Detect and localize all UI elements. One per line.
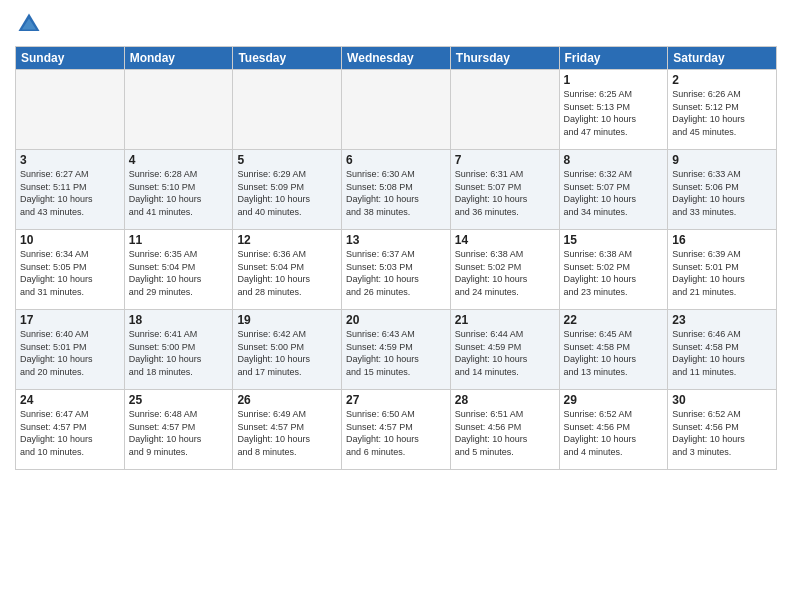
day-info: Sunrise: 6:25 AM Sunset: 5:13 PM Dayligh…	[564, 88, 664, 138]
day-info: Sunrise: 6:44 AM Sunset: 4:59 PM Dayligh…	[455, 328, 555, 378]
day-info: Sunrise: 6:52 AM Sunset: 4:56 PM Dayligh…	[564, 408, 664, 458]
day-info: Sunrise: 6:42 AM Sunset: 5:00 PM Dayligh…	[237, 328, 337, 378]
calendar-cell: 12Sunrise: 6:36 AM Sunset: 5:04 PM Dayli…	[233, 230, 342, 310]
day-info: Sunrise: 6:49 AM Sunset: 4:57 PM Dayligh…	[237, 408, 337, 458]
calendar-cell: 9Sunrise: 6:33 AM Sunset: 5:06 PM Daylig…	[668, 150, 777, 230]
day-info: Sunrise: 6:52 AM Sunset: 4:56 PM Dayligh…	[672, 408, 772, 458]
day-number: 5	[237, 153, 337, 167]
day-number: 15	[564, 233, 664, 247]
day-info: Sunrise: 6:41 AM Sunset: 5:00 PM Dayligh…	[129, 328, 229, 378]
day-number: 21	[455, 313, 555, 327]
weekday-header-friday: Friday	[559, 47, 668, 70]
calendar-cell: 2Sunrise: 6:26 AM Sunset: 5:12 PM Daylig…	[668, 70, 777, 150]
day-info: Sunrise: 6:36 AM Sunset: 5:04 PM Dayligh…	[237, 248, 337, 298]
calendar-cell: 1Sunrise: 6:25 AM Sunset: 5:13 PM Daylig…	[559, 70, 668, 150]
day-number: 1	[564, 73, 664, 87]
calendar-week-2: 3Sunrise: 6:27 AM Sunset: 5:11 PM Daylig…	[16, 150, 777, 230]
day-number: 23	[672, 313, 772, 327]
day-number: 18	[129, 313, 229, 327]
calendar-cell	[16, 70, 125, 150]
day-number: 27	[346, 393, 446, 407]
logo	[15, 10, 47, 38]
calendar-cell: 6Sunrise: 6:30 AM Sunset: 5:08 PM Daylig…	[342, 150, 451, 230]
day-number: 19	[237, 313, 337, 327]
calendar-week-5: 24Sunrise: 6:47 AM Sunset: 4:57 PM Dayli…	[16, 390, 777, 470]
day-info: Sunrise: 6:51 AM Sunset: 4:56 PM Dayligh…	[455, 408, 555, 458]
calendar-cell: 10Sunrise: 6:34 AM Sunset: 5:05 PM Dayli…	[16, 230, 125, 310]
day-info: Sunrise: 6:26 AM Sunset: 5:12 PM Dayligh…	[672, 88, 772, 138]
day-number: 7	[455, 153, 555, 167]
day-info: Sunrise: 6:37 AM Sunset: 5:03 PM Dayligh…	[346, 248, 446, 298]
day-number: 26	[237, 393, 337, 407]
calendar-cell: 17Sunrise: 6:40 AM Sunset: 5:01 PM Dayli…	[16, 310, 125, 390]
logo-icon	[15, 10, 43, 38]
calendar-cell: 22Sunrise: 6:45 AM Sunset: 4:58 PM Dayli…	[559, 310, 668, 390]
calendar-cell: 29Sunrise: 6:52 AM Sunset: 4:56 PM Dayli…	[559, 390, 668, 470]
day-number: 3	[20, 153, 120, 167]
day-info: Sunrise: 6:28 AM Sunset: 5:10 PM Dayligh…	[129, 168, 229, 218]
calendar-cell: 3Sunrise: 6:27 AM Sunset: 5:11 PM Daylig…	[16, 150, 125, 230]
day-number: 9	[672, 153, 772, 167]
calendar-week-4: 17Sunrise: 6:40 AM Sunset: 5:01 PM Dayli…	[16, 310, 777, 390]
day-info: Sunrise: 6:34 AM Sunset: 5:05 PM Dayligh…	[20, 248, 120, 298]
calendar-cell	[124, 70, 233, 150]
day-info: Sunrise: 6:43 AM Sunset: 4:59 PM Dayligh…	[346, 328, 446, 378]
day-number: 6	[346, 153, 446, 167]
calendar-cell	[342, 70, 451, 150]
calendar-cell: 7Sunrise: 6:31 AM Sunset: 5:07 PM Daylig…	[450, 150, 559, 230]
calendar-cell: 19Sunrise: 6:42 AM Sunset: 5:00 PM Dayli…	[233, 310, 342, 390]
calendar-cell: 4Sunrise: 6:28 AM Sunset: 5:10 PM Daylig…	[124, 150, 233, 230]
day-info: Sunrise: 6:45 AM Sunset: 4:58 PM Dayligh…	[564, 328, 664, 378]
calendar-cell	[450, 70, 559, 150]
day-number: 30	[672, 393, 772, 407]
day-number: 10	[20, 233, 120, 247]
calendar-cell	[233, 70, 342, 150]
day-info: Sunrise: 6:46 AM Sunset: 4:58 PM Dayligh…	[672, 328, 772, 378]
weekday-header-saturday: Saturday	[668, 47, 777, 70]
day-number: 16	[672, 233, 772, 247]
weekday-header-monday: Monday	[124, 47, 233, 70]
day-info: Sunrise: 6:47 AM Sunset: 4:57 PM Dayligh…	[20, 408, 120, 458]
day-number: 13	[346, 233, 446, 247]
calendar-cell: 15Sunrise: 6:38 AM Sunset: 5:02 PM Dayli…	[559, 230, 668, 310]
calendar-cell: 13Sunrise: 6:37 AM Sunset: 5:03 PM Dayli…	[342, 230, 451, 310]
day-number: 29	[564, 393, 664, 407]
calendar-cell: 18Sunrise: 6:41 AM Sunset: 5:00 PM Dayli…	[124, 310, 233, 390]
weekday-header-thursday: Thursday	[450, 47, 559, 70]
header	[15, 10, 777, 38]
day-number: 28	[455, 393, 555, 407]
day-number: 2	[672, 73, 772, 87]
calendar-cell: 16Sunrise: 6:39 AM Sunset: 5:01 PM Dayli…	[668, 230, 777, 310]
day-info: Sunrise: 6:40 AM Sunset: 5:01 PM Dayligh…	[20, 328, 120, 378]
calendar-week-3: 10Sunrise: 6:34 AM Sunset: 5:05 PM Dayli…	[16, 230, 777, 310]
day-number: 14	[455, 233, 555, 247]
calendar-cell: 21Sunrise: 6:44 AM Sunset: 4:59 PM Dayli…	[450, 310, 559, 390]
day-info: Sunrise: 6:31 AM Sunset: 5:07 PM Dayligh…	[455, 168, 555, 218]
day-number: 8	[564, 153, 664, 167]
weekday-header-sunday: Sunday	[16, 47, 125, 70]
calendar-cell: 25Sunrise: 6:48 AM Sunset: 4:57 PM Dayli…	[124, 390, 233, 470]
day-number: 11	[129, 233, 229, 247]
day-info: Sunrise: 6:27 AM Sunset: 5:11 PM Dayligh…	[20, 168, 120, 218]
calendar-table: SundayMondayTuesdayWednesdayThursdayFrid…	[15, 46, 777, 470]
day-number: 22	[564, 313, 664, 327]
calendar-cell: 30Sunrise: 6:52 AM Sunset: 4:56 PM Dayli…	[668, 390, 777, 470]
day-info: Sunrise: 6:35 AM Sunset: 5:04 PM Dayligh…	[129, 248, 229, 298]
day-info: Sunrise: 6:30 AM Sunset: 5:08 PM Dayligh…	[346, 168, 446, 218]
calendar-cell: 14Sunrise: 6:38 AM Sunset: 5:02 PM Dayli…	[450, 230, 559, 310]
weekday-header-wednesday: Wednesday	[342, 47, 451, 70]
weekday-header-tuesday: Tuesday	[233, 47, 342, 70]
calendar-cell: 24Sunrise: 6:47 AM Sunset: 4:57 PM Dayli…	[16, 390, 125, 470]
calendar-cell: 20Sunrise: 6:43 AM Sunset: 4:59 PM Dayli…	[342, 310, 451, 390]
calendar-cell: 5Sunrise: 6:29 AM Sunset: 5:09 PM Daylig…	[233, 150, 342, 230]
day-info: Sunrise: 6:50 AM Sunset: 4:57 PM Dayligh…	[346, 408, 446, 458]
calendar-week-1: 1Sunrise: 6:25 AM Sunset: 5:13 PM Daylig…	[16, 70, 777, 150]
calendar-cell: 11Sunrise: 6:35 AM Sunset: 5:04 PM Dayli…	[124, 230, 233, 310]
day-info: Sunrise: 6:48 AM Sunset: 4:57 PM Dayligh…	[129, 408, 229, 458]
day-info: Sunrise: 6:38 AM Sunset: 5:02 PM Dayligh…	[455, 248, 555, 298]
calendar-cell: 27Sunrise: 6:50 AM Sunset: 4:57 PM Dayli…	[342, 390, 451, 470]
weekday-header-row: SundayMondayTuesdayWednesdayThursdayFrid…	[16, 47, 777, 70]
day-number: 20	[346, 313, 446, 327]
calendar-cell: 23Sunrise: 6:46 AM Sunset: 4:58 PM Dayli…	[668, 310, 777, 390]
day-info: Sunrise: 6:32 AM Sunset: 5:07 PM Dayligh…	[564, 168, 664, 218]
